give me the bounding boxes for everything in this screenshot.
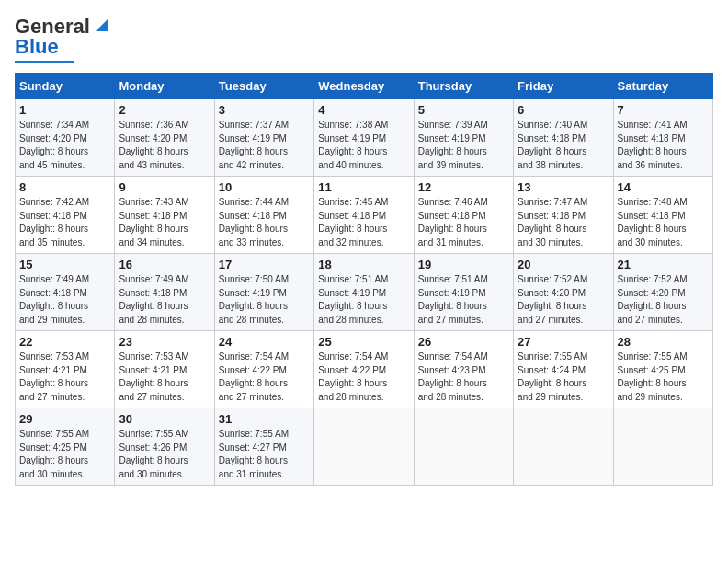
calendar-cell: 27Sunrise: 7:55 AM Sunset: 4:24 PM Dayli…: [514, 331, 613, 408]
day-info: Sunrise: 7:52 AM Sunset: 4:20 PM Dayligh…: [518, 273, 609, 327]
day-info: Sunrise: 7:50 AM Sunset: 4:19 PM Dayligh…: [219, 273, 310, 327]
day-number: 25: [318, 335, 409, 349]
column-header-saturday: Saturday: [613, 74, 712, 99]
day-info: Sunrise: 7:38 AM Sunset: 4:19 PM Dayligh…: [318, 119, 409, 172]
day-number: 11: [318, 180, 409, 194]
calendar-week-row: 22Sunrise: 7:53 AM Sunset: 4:21 PM Dayli…: [16, 331, 713, 408]
day-info: Sunrise: 7:41 AM Sunset: 4:18 PM Dayligh…: [618, 119, 709, 172]
day-info: Sunrise: 7:51 AM Sunset: 4:19 PM Dayligh…: [318, 273, 409, 327]
calendar-cell: 14Sunrise: 7:48 AM Sunset: 4:18 PM Dayli…: [613, 177, 712, 254]
day-number: 23: [119, 335, 210, 349]
day-info: Sunrise: 7:44 AM Sunset: 4:18 PM Dayligh…: [219, 196, 310, 249]
day-number: 13: [518, 180, 609, 194]
day-info: Sunrise: 7:48 AM Sunset: 4:18 PM Dayligh…: [618, 196, 709, 249]
day-number: 29: [19, 412, 110, 426]
calendar-cell: 8Sunrise: 7:42 AM Sunset: 4:18 PM Daylig…: [16, 177, 115, 254]
day-info: Sunrise: 7:55 AM Sunset: 4:27 PM Dayligh…: [219, 428, 310, 481]
day-info: Sunrise: 7:55 AM Sunset: 4:24 PM Dayligh…: [518, 350, 609, 404]
calendar-cell: [314, 408, 414, 486]
day-number: 20: [518, 258, 609, 271]
day-info: Sunrise: 7:51 AM Sunset: 4:19 PM Dayligh…: [418, 273, 509, 327]
day-number: 27: [518, 335, 609, 349]
calendar-cell: 23Sunrise: 7:53 AM Sunset: 4:21 PM Dayli…: [115, 331, 214, 408]
calendar-header-row: SundayMondayTuesdayWednesdayThursdayFrid…: [16, 74, 713, 99]
day-number: 15: [19, 258, 110, 271]
calendar-week-row: 15Sunrise: 7:49 AM Sunset: 4:18 PM Dayli…: [16, 254, 713, 331]
calendar-cell: 4Sunrise: 7:38 AM Sunset: 4:19 PM Daylig…: [314, 99, 414, 177]
day-info: Sunrise: 7:46 AM Sunset: 4:18 PM Dayligh…: [418, 196, 509, 249]
day-number: 12: [418, 180, 509, 194]
day-number: 9: [119, 180, 210, 194]
calendar-cell: 19Sunrise: 7:51 AM Sunset: 4:19 PM Dayli…: [414, 254, 513, 331]
calendar-cell: 13Sunrise: 7:47 AM Sunset: 4:18 PM Dayli…: [514, 177, 613, 254]
day-info: Sunrise: 7:37 AM Sunset: 4:19 PM Dayligh…: [219, 119, 310, 172]
column-header-thursday: Thursday: [414, 74, 513, 99]
column-header-monday: Monday: [115, 74, 214, 99]
day-number: 5: [418, 103, 509, 117]
logo-arrow-icon: [92, 15, 112, 35]
day-info: Sunrise: 7:52 AM Sunset: 4:20 PM Dayligh…: [618, 273, 709, 327]
day-info: Sunrise: 7:34 AM Sunset: 4:20 PM Dayligh…: [19, 119, 110, 172]
day-number: 30: [119, 412, 210, 426]
calendar-cell: 15Sunrise: 7:49 AM Sunset: 4:18 PM Dayli…: [16, 254, 115, 331]
day-info: Sunrise: 7:54 AM Sunset: 4:22 PM Dayligh…: [318, 350, 409, 404]
day-number: 17: [219, 258, 310, 271]
calendar-cell: 18Sunrise: 7:51 AM Sunset: 4:19 PM Dayli…: [314, 254, 414, 331]
day-number: 28: [618, 335, 709, 349]
day-number: 6: [518, 103, 609, 117]
day-number: 3: [219, 103, 310, 117]
calendar-cell: 29Sunrise: 7:55 AM Sunset: 4:25 PM Dayli…: [16, 408, 115, 486]
day-number: 21: [618, 258, 709, 271]
page-container: General Blue SundayMondayTuesdayWednesda…: [0, 0, 728, 495]
day-number: 19: [418, 258, 509, 271]
day-number: 7: [618, 103, 709, 117]
day-number: 24: [219, 335, 310, 349]
calendar-cell: 20Sunrise: 7:52 AM Sunset: 4:20 PM Dayli…: [514, 254, 613, 331]
calendar-cell: 28Sunrise: 7:55 AM Sunset: 4:25 PM Dayli…: [613, 331, 712, 408]
day-info: Sunrise: 7:53 AM Sunset: 4:21 PM Dayligh…: [119, 350, 210, 404]
calendar-cell: 1Sunrise: 7:34 AM Sunset: 4:20 PM Daylig…: [16, 99, 115, 177]
calendar-week-row: 29Sunrise: 7:55 AM Sunset: 4:25 PM Dayli…: [16, 408, 713, 486]
day-number: 10: [219, 180, 310, 194]
calendar-cell: 22Sunrise: 7:53 AM Sunset: 4:21 PM Dayli…: [16, 331, 115, 408]
day-number: 22: [19, 335, 110, 349]
day-info: Sunrise: 7:42 AM Sunset: 4:18 PM Dayligh…: [19, 196, 110, 249]
column-header-friday: Friday: [514, 74, 613, 99]
column-header-sunday: Sunday: [16, 74, 115, 99]
column-header-wednesday: Wednesday: [314, 74, 414, 99]
column-header-tuesday: Tuesday: [214, 74, 313, 99]
calendar-cell: [613, 408, 712, 486]
calendar-cell: 7Sunrise: 7:41 AM Sunset: 4:18 PM Daylig…: [613, 99, 712, 177]
day-info: Sunrise: 7:45 AM Sunset: 4:18 PM Dayligh…: [318, 196, 409, 249]
calendar-cell: [414, 408, 513, 486]
calendar-cell: 12Sunrise: 7:46 AM Sunset: 4:18 PM Dayli…: [414, 177, 513, 254]
day-info: Sunrise: 7:43 AM Sunset: 4:18 PM Dayligh…: [119, 196, 210, 249]
calendar-cell: 6Sunrise: 7:40 AM Sunset: 4:18 PM Daylig…: [514, 99, 613, 177]
calendar-cell: 25Sunrise: 7:54 AM Sunset: 4:22 PM Dayli…: [314, 331, 414, 408]
calendar-cell: 10Sunrise: 7:44 AM Sunset: 4:18 PM Dayli…: [214, 177, 313, 254]
day-number: 8: [19, 180, 110, 194]
day-number: 18: [318, 258, 409, 271]
day-info: Sunrise: 7:39 AM Sunset: 4:19 PM Dayligh…: [418, 119, 509, 172]
calendar-cell: [514, 408, 613, 486]
day-info: Sunrise: 7:54 AM Sunset: 4:22 PM Dayligh…: [219, 350, 310, 404]
day-info: Sunrise: 7:54 AM Sunset: 4:23 PM Dayligh…: [418, 350, 509, 404]
calendar-cell: 5Sunrise: 7:39 AM Sunset: 4:19 PM Daylig…: [414, 99, 513, 177]
day-number: 1: [19, 103, 110, 117]
day-info: Sunrise: 7:55 AM Sunset: 4:25 PM Dayligh…: [19, 428, 110, 481]
day-number: 26: [418, 335, 509, 349]
calendar-cell: 2Sunrise: 7:36 AM Sunset: 4:20 PM Daylig…: [115, 99, 214, 177]
day-number: 31: [219, 412, 310, 426]
day-info: Sunrise: 7:53 AM Sunset: 4:21 PM Dayligh…: [19, 350, 110, 404]
calendar-cell: 3Sunrise: 7:37 AM Sunset: 4:19 PM Daylig…: [214, 99, 313, 177]
logo-underline: [15, 61, 74, 63]
day-info: Sunrise: 7:36 AM Sunset: 4:20 PM Dayligh…: [119, 119, 210, 172]
calendar-week-row: 8Sunrise: 7:42 AM Sunset: 4:18 PM Daylig…: [16, 177, 713, 254]
day-info: Sunrise: 7:40 AM Sunset: 4:18 PM Dayligh…: [518, 119, 609, 172]
day-number: 2: [119, 103, 210, 117]
logo: General Blue: [15, 15, 112, 63]
day-info: Sunrise: 7:55 AM Sunset: 4:25 PM Dayligh…: [618, 350, 709, 404]
day-number: 14: [618, 180, 709, 194]
calendar-cell: 21Sunrise: 7:52 AM Sunset: 4:20 PM Dayli…: [613, 254, 712, 331]
day-number: 4: [318, 103, 409, 117]
